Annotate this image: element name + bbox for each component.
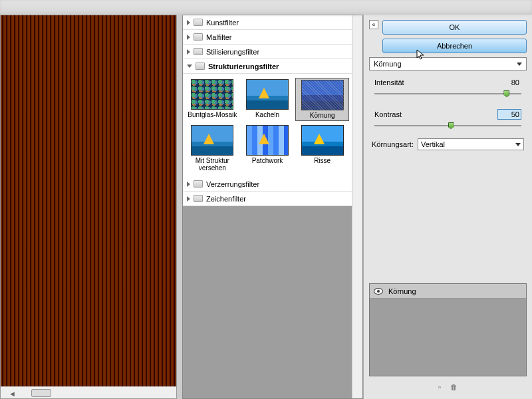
effect-layer[interactable]: Körnung (370, 284, 526, 299)
filter-scrollbar[interactable] (352, 15, 362, 398)
chevron-down-icon (515, 143, 521, 146)
filter-empty-area (183, 206, 352, 398)
layer-actions: ▫ 🗑 (369, 380, 527, 394)
intensity-label: Intensität (374, 78, 404, 86)
filter-body: Kunstfilter Malfilter Stilisierungsfilte… (183, 15, 362, 398)
preview-panel: ◄ (0, 15, 177, 399)
thumb-image (191, 79, 233, 110)
folder-icon (194, 33, 203, 41)
panel-gap (177, 15, 182, 399)
action-buttons: OK Abbrechen (382, 20, 527, 53)
filter-dropdown[interactable]: Körnung (369, 57, 527, 70)
category-strukturierungsfilter[interactable]: Strukturierungsfilter (183, 59, 352, 74)
triangle-icon (187, 182, 190, 187)
triangle-icon (187, 49, 190, 55)
thumb-image (246, 125, 289, 156)
contrast-label: Kontrast (374, 110, 402, 118)
category-zeichenfilter[interactable]: Zeichenfilter (183, 192, 352, 206)
category-malfilter[interactable]: Malfilter (183, 30, 352, 45)
folder-icon (196, 63, 205, 70)
intensity-row: Intensität (369, 77, 527, 88)
spacer (369, 154, 527, 279)
delete-layer-icon[interactable]: 🗑 (450, 383, 458, 391)
filter-content: Kunstfilter Malfilter Stilisierungsfilte… (183, 15, 352, 398)
new-layer-icon[interactable]: ▫ (438, 383, 441, 391)
contrast-row: Kontrast (369, 109, 527, 120)
slider-track (374, 93, 521, 94)
ok-button[interactable]: OK (382, 20, 527, 35)
button-row: « OK Abbrechen (369, 20, 527, 53)
scroll-left-icon[interactable]: ◄ (9, 390, 15, 396)
slider-thumb[interactable] (503, 90, 509, 97)
triangle-icon (187, 20, 190, 25)
thumb-risse[interactable]: Risse (295, 124, 349, 173)
category-stilisierungsfilter[interactable]: Stilisierungsfilter (183, 45, 352, 59)
cancel-button[interactable]: Abbrechen (382, 39, 527, 53)
filter-list-panel: Kunstfilter Malfilter Stilisierungsfilte… (182, 15, 363, 399)
eye-icon[interactable] (374, 288, 383, 295)
folder-icon (194, 195, 203, 202)
scroll-thumb[interactable] (31, 389, 51, 397)
grain-type-label: Körnungsart: (372, 140, 414, 148)
triangle-icon (187, 35, 190, 40)
filter-categories: Kunstfilter Malfilter Stilisierungsfilte… (183, 15, 352, 206)
preview-image[interactable] (1, 15, 176, 386)
main-area: ◄ Kunstfilter Malfilter Stilisierungsfil… (0, 15, 532, 399)
intensity-input[interactable] (497, 77, 521, 88)
contrast-slider[interactable] (374, 121, 521, 130)
thumb-image (301, 125, 344, 156)
thumb-image (246, 79, 289, 110)
filter-thumbnails: Buntglas-Mosaik Kacheln Körnung Mit Stru… (183, 74, 352, 177)
folder-icon (194, 48, 203, 55)
grain-type-row: Körnungsart: Vertikal (369, 138, 527, 150)
intensity-param: Intensität (369, 77, 527, 102)
thumb-buntglas-mosaik[interactable]: Buntglas-Mosaik (186, 78, 239, 121)
triangle-icon (187, 196, 190, 201)
grain-preview (1, 15, 176, 386)
contrast-param: Kontrast (369, 109, 527, 134)
collapse-toggle[interactable]: « (369, 20, 378, 29)
thumb-image (191, 125, 233, 156)
thumb-mit-struktur[interactable]: Mit Struktur versehen (186, 124, 239, 173)
grain-type-value: Vertikal (421, 140, 445, 148)
titlebar (0, 0, 532, 15)
thumb-image (301, 80, 344, 110)
thumb-patchwork[interactable]: Patchwork (241, 124, 295, 173)
intensity-slider[interactable] (374, 89, 521, 98)
folder-icon (194, 180, 203, 188)
layer-name: Körnung (388, 287, 416, 295)
category-kunstfilter[interactable]: Kunstfilter (183, 15, 352, 30)
thumb-kacheln[interactable]: Kacheln (241, 78, 295, 121)
contrast-input[interactable] (497, 109, 521, 120)
effect-layers-panel: Körnung (369, 283, 527, 376)
grain-type-dropdown[interactable]: Vertikal (418, 138, 524, 150)
preview-scrollbar[interactable]: ◄ (1, 386, 176, 398)
filter-gallery-dialog: ◄ Kunstfilter Malfilter Stilisierungsfil… (0, 0, 532, 399)
settings-panel: « OK Abbrechen Körnung Intensität (363, 15, 532, 399)
thumb-koernung[interactable]: Körnung (295, 78, 349, 121)
folder-icon (194, 19, 203, 26)
dropdown-value: Körnung (374, 60, 402, 68)
slider-thumb[interactable] (448, 122, 454, 129)
category-verzerrungsfilter[interactable]: Verzerrungsfilter (183, 177, 352, 192)
triangle-open-icon (187, 65, 192, 68)
chevron-down-icon (517, 63, 522, 66)
